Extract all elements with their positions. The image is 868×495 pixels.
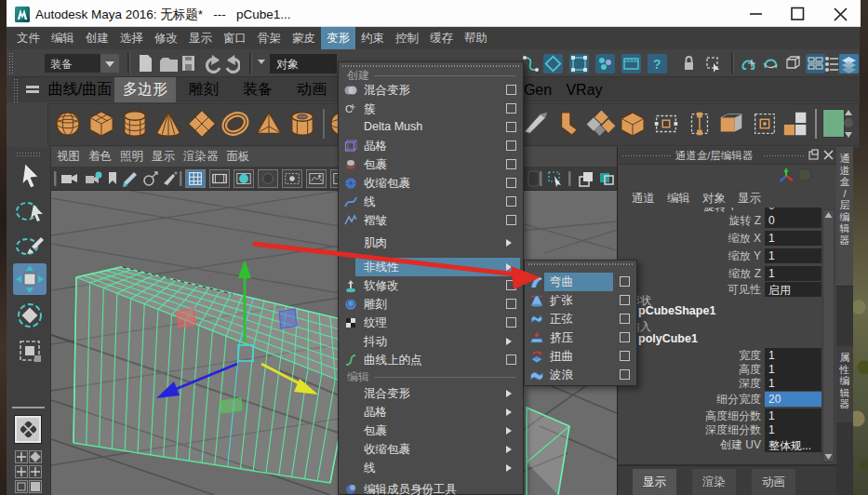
svg-text:C: C (345, 103, 353, 114)
